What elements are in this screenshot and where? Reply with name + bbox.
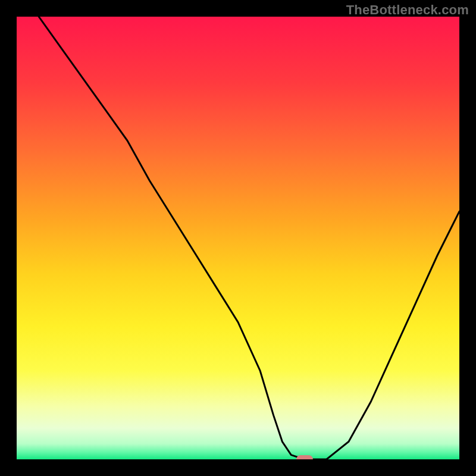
plot-area (17, 17, 459, 459)
watermark-text: TheBottleneck.com (346, 2, 469, 18)
chart-frame: TheBottleneck.com (0, 0, 476, 476)
optimal-point-marker (296, 455, 313, 459)
bottleneck-curve (17, 17, 459, 459)
